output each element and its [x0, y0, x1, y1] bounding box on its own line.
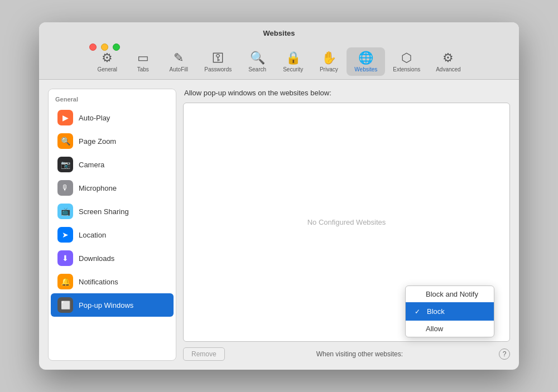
toolbar-label-search: Search — [248, 66, 266, 72]
when-visiting-text: When visiting other websites: — [225, 350, 494, 358]
toolbar-label-security: Security — [283, 66, 303, 72]
sidebar-item-screenshare[interactable]: 📺Screen Sharing — [51, 200, 174, 223]
camera-icon: 📷 — [57, 157, 73, 172]
autofill-icon: ✎ — [174, 51, 184, 65]
sidebar-label-autoplay: Auto-Play — [79, 114, 110, 122]
dropdown-label-block-notify: Block and Notify — [426, 290, 478, 298]
dropdown-option-block[interactable]: ✓Block — [406, 302, 494, 321]
toolbar-item-tabs[interactable]: ▭Tabs — [125, 47, 161, 76]
sidebar-item-popup[interactable]: ⬜Pop-up Windows — [51, 293, 174, 317]
toolbar-item-websites[interactable]: 🌐Websites — [347, 47, 385, 76]
dropdown-menu: Block and Notify✓BlockAllow — [405, 285, 494, 337]
sidebar-item-camera[interactable]: 📷Camera — [51, 153, 174, 176]
search-icon: 🔍 — [250, 51, 265, 65]
advanced-icon: ⚙ — [442, 51, 454, 65]
sidebar-item-pagezoom[interactable]: 🔍Page Zoom — [51, 129, 174, 153]
sidebar-label-screenshare: Screen Sharing — [79, 207, 129, 216]
remove-button[interactable]: Remove — [183, 347, 225, 361]
security-icon: 🔒 — [286, 51, 301, 65]
help-button[interactable]: ? — [499, 349, 510, 360]
screenshare-icon: 📺 — [57, 204, 73, 219]
autoplay-icon: ▶ — [57, 110, 73, 125]
toolbar-label-websites: Websites — [354, 66, 377, 72]
toolbar-label-extensions: Extensions — [393, 66, 420, 72]
toolbar-item-general[interactable]: ⚙General — [89, 47, 125, 76]
sidebar-item-autoplay[interactable]: ▶Auto-Play — [51, 106, 174, 129]
sidebar-item-microphone[interactable]: 🎙Microphone — [51, 176, 174, 200]
location-icon: ➤ — [57, 227, 73, 243]
toolbar-label-general: General — [98, 66, 118, 72]
main-area: Allow pop-up windows on the websites bel… — [183, 89, 510, 361]
toolbar: ⚙General▭Tabs✎AutoFill⚿Passwords🔍Search🔒… — [80, 44, 477, 79]
minimize-button[interactable] — [101, 43, 108, 51]
toolbar-label-autofill: AutoFill — [170, 66, 188, 72]
dropdown-option-block-notify[interactable]: Block and Notify — [406, 286, 494, 302]
toolbar-label-advanced: Advanced — [436, 66, 460, 72]
content-area: General ▶Auto-Play🔍Page Zoom📷Camera🎙Micr… — [39, 80, 519, 370]
dropdown-option-allow[interactable]: Allow — [406, 321, 494, 337]
popup-icon: ⬜ — [57, 297, 73, 313]
sidebar: General ▶Auto-Play🔍Page Zoom📷Camera🎙Micr… — [48, 89, 176, 361]
sidebar-label-microphone: Microphone — [79, 184, 117, 192]
tabs-icon: ▭ — [137, 51, 149, 65]
toolbar-label-passwords: Passwords — [204, 66, 232, 72]
general-icon: ⚙ — [102, 51, 113, 65]
websites-icon: 🌐 — [358, 51, 373, 65]
microphone-icon: 🎙 — [57, 180, 73, 196]
sidebar-label-popup: Pop-up Windows — [79, 301, 133, 309]
main-description: Allow pop-up windows on the websites bel… — [183, 89, 510, 97]
toolbar-label-tabs: Tabs — [137, 66, 149, 72]
main-window: Websites ⚙General▭Tabs✎AutoFill⚿Password… — [39, 22, 519, 370]
sidebar-label-downloads: Downloads — [79, 254, 114, 263]
sidebar-item-downloads[interactable]: ⬇Downloads — [51, 246, 174, 270]
sidebar-label-camera: Camera — [79, 161, 104, 169]
extensions-icon: ⬡ — [401, 51, 412, 65]
close-button[interactable] — [89, 43, 97, 51]
notifications-icon: 🔔 — [57, 274, 73, 289]
toolbar-item-search[interactable]: 🔍Search — [239, 47, 275, 76]
check-icon-block: ✓ — [415, 308, 424, 316]
empty-message: No Configured Websites — [307, 218, 386, 226]
sidebar-label-notifications: Notifications — [79, 278, 118, 286]
dropdown-label-allow: Allow — [426, 325, 443, 333]
titlebar: Websites ⚙General▭Tabs✎AutoFill⚿Password… — [39, 22, 519, 80]
sidebar-label-pagezoom: Page Zoom — [79, 137, 116, 146]
toolbar-item-autofill[interactable]: ✎AutoFill — [161, 47, 196, 76]
sidebar-item-notifications[interactable]: 🔔Notifications — [51, 270, 174, 293]
sidebar-section-label: General — [49, 94, 176, 106]
toolbar-item-passwords[interactable]: ⚿Passwords — [196, 47, 239, 76]
toolbar-label-privacy: Privacy — [320, 66, 338, 72]
maximize-button[interactable] — [113, 43, 120, 51]
dropdown-label-block: Block — [427, 307, 445, 316]
window-title: Websites — [263, 29, 295, 37]
toolbar-item-advanced[interactable]: ⚙Advanced — [428, 47, 468, 76]
sidebar-item-location[interactable]: ➤Location — [51, 223, 174, 246]
toolbar-item-extensions[interactable]: ⬡Extensions — [385, 47, 428, 76]
traffic-lights — [89, 43, 120, 51]
privacy-icon: ✋ — [321, 51, 336, 65]
sidebar-label-location: Location — [79, 231, 106, 239]
passwords-icon: ⚿ — [212, 51, 224, 65]
bottom-bar: Remove When visiting other websites: Blo… — [183, 347, 510, 361]
toolbar-item-security[interactable]: 🔒Security — [275, 47, 311, 76]
downloads-icon: ⬇ — [57, 250, 73, 266]
toolbar-item-privacy[interactable]: ✋Privacy — [311, 47, 347, 76]
pagezoom-icon: 🔍 — [57, 133, 73, 149]
